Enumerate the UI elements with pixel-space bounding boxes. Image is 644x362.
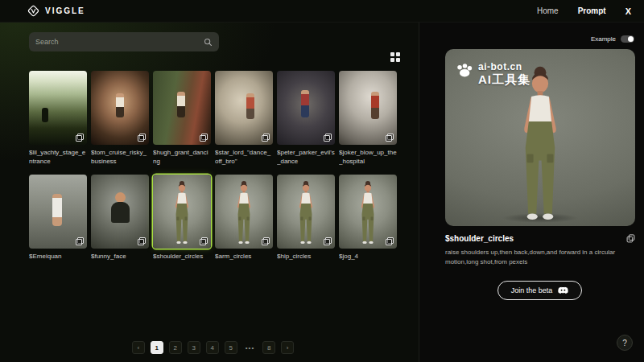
discord-icon: [558, 286, 568, 294]
example-toggle[interactable]: [621, 35, 634, 43]
main-area: $lil_yachty_stage_entrance $tom_cruise_r…: [0, 23, 644, 362]
template-card[interactable]: $funny_face: [91, 175, 149, 261]
example-panel: Example ai-bot.cn AI工具集 $shoulder_circle…: [419, 23, 644, 362]
top-navbar: VIGGLE Home Prompt X: [0, 0, 644, 23]
copy-icon[interactable]: [262, 134, 270, 142]
example-title: $shoulder_circles: [445, 234, 514, 243]
pagination-ellipsis: •••: [243, 341, 257, 354]
pagination: ‹ 1 2 3 4 5 ••• 8 ›: [29, 341, 397, 354]
page-button-4[interactable]: 4: [206, 341, 219, 354]
template-card-selected[interactable]: $shoulder_circles: [153, 175, 211, 261]
join-beta-button[interactable]: Join the beta: [497, 281, 583, 300]
viggle-logo-icon: [27, 5, 39, 17]
template-thumbnail[interactable]: [339, 175, 397, 249]
template-browser-panel: $lil_yachty_stage_entrance $tom_cruise_r…: [0, 23, 419, 362]
search-bar[interactable]: [29, 32, 219, 51]
page-button-3[interactable]: 3: [188, 341, 200, 354]
copy-icon[interactable]: [138, 134, 146, 142]
template-thumbnail[interactable]: [215, 175, 273, 249]
example-preview: ai-bot.cn AI工具集: [445, 49, 635, 226]
template-card[interactable]: $peter_parker_evil's_dance: [277, 71, 335, 167]
template-label: $joker_blow_up_the_hospital: [339, 149, 397, 167]
copy-icon[interactable]: [386, 237, 394, 245]
template-thumbnail[interactable]: [29, 175, 87, 249]
character-image: [230, 179, 257, 245]
template-thumbnail[interactable]: [91, 175, 149, 249]
pagination-next[interactable]: ›: [281, 341, 294, 354]
template-thumbnail[interactable]: [91, 71, 149, 145]
page-button-1[interactable]: 1: [151, 341, 163, 354]
watermark-name: AI工具集: [478, 72, 530, 88]
pagination-prev[interactable]: ‹: [132, 341, 145, 354]
page-button-2[interactable]: 2: [169, 341, 182, 354]
template-card[interactable]: $hugh_grant_dancing: [153, 71, 211, 167]
copy-prompt-icon[interactable]: [626, 234, 635, 243]
example-header: Example: [445, 35, 634, 43]
copy-icon[interactable]: [138, 237, 146, 245]
example-label: Example: [591, 35, 616, 43]
copy-icon[interactable]: [200, 134, 208, 142]
template-card[interactable]: $tom_cruise_risky_business: [91, 71, 149, 167]
template-grid: $lil_yachty_stage_entrance $tom_cruise_r…: [29, 71, 397, 261]
template-label: $hip_circles: [277, 253, 335, 261]
template-thumbnail[interactable]: [339, 71, 397, 145]
template-label: $shoulder_circles: [153, 253, 211, 261]
template-label: $tom_cruise_risky_business: [91, 149, 149, 167]
template-card[interactable]: $joker_blow_up_the_hospital: [339, 71, 397, 167]
character-image: [168, 179, 195, 245]
template-thumbnail[interactable]: [277, 175, 335, 249]
template-card[interactable]: $arm_circles: [215, 175, 273, 261]
nav-links: Home Prompt X: [537, 6, 631, 16]
character-image: [292, 179, 319, 245]
template-thumbnail[interactable]: [277, 71, 335, 145]
character-image: [354, 179, 381, 245]
help-button[interactable]: ?: [617, 335, 633, 351]
search-input[interactable]: [35, 38, 192, 46]
template-label: $arm_circles: [215, 253, 273, 261]
template-card[interactable]: $star_lord_"dance_off_bro": [215, 71, 273, 167]
template-card[interactable]: $hip_circles: [277, 175, 335, 261]
template-label: $peter_parker_evil's_dance: [277, 149, 335, 167]
template-label: $star_lord_"dance_off_bro": [215, 149, 273, 167]
join-beta-label: Join the beta: [511, 286, 553, 294]
copy-icon[interactable]: [386, 134, 394, 142]
app-logo: VIGGLE: [27, 5, 85, 17]
nav-prompt[interactable]: Prompt: [578, 6, 606, 15]
template-label: $jog_4: [339, 253, 397, 261]
copy-icon[interactable]: [262, 237, 270, 245]
logo-text: VIGGLE: [45, 6, 85, 15]
template-thumbnail[interactable]: [215, 71, 273, 145]
nav-home[interactable]: Home: [537, 6, 559, 15]
search-icon[interactable]: [204, 38, 213, 47]
template-card[interactable]: $lil_yachty_stage_entrance: [29, 71, 87, 167]
page-button-8[interactable]: 8: [262, 341, 275, 354]
copy-icon[interactable]: [76, 237, 84, 245]
page-button-5[interactable]: 5: [225, 341, 237, 354]
template-card[interactable]: $Emeiquan: [29, 175, 87, 261]
template-thumbnail[interactable]: [153, 175, 211, 249]
ai-bot-logo-icon: [456, 63, 473, 78]
template-thumbnail[interactable]: [153, 71, 211, 145]
template-label: $funny_face: [91, 253, 149, 261]
grid-view-toggle[interactable]: [390, 51, 401, 66]
template-card[interactable]: $jog_4: [339, 175, 397, 261]
example-description: raise shoulders up,then back,down,and fo…: [445, 248, 635, 268]
watermark: ai-bot.cn AI工具集: [456, 61, 530, 88]
template-label: $hugh_grant_dancing: [153, 149, 211, 167]
copy-icon[interactable]: [200, 237, 208, 245]
template-label: $Emeiquan: [29, 253, 87, 261]
copy-icon[interactable]: [76, 134, 84, 142]
copy-icon[interactable]: [324, 134, 332, 142]
template-label: $lil_yachty_stage_entrance: [29, 149, 87, 167]
nav-x-link[interactable]: X: [625, 6, 631, 16]
watermark-domain: ai-bot.cn: [478, 61, 530, 72]
grid-icon: [390, 51, 401, 63]
template-thumbnail[interactable]: [29, 71, 87, 145]
copy-icon[interactable]: [324, 237, 332, 245]
